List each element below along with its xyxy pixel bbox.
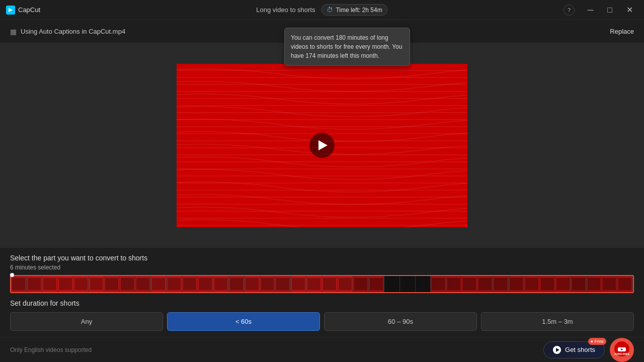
title-center: Long video to shorts ⏱ Time left: 2h 54m: [256, 4, 387, 16]
film-frame: [493, 276, 509, 292]
select-label: Select the part you want to convert to s…: [10, 254, 634, 262]
subscribe-label: SUBSCRIBE: [614, 341, 630, 358]
main-content: ▦ Using Auto Captions in CapCut.mp4 Repl…: [0, 20, 644, 362]
time-left-text: Time left: 2h 54m: [336, 7, 382, 14]
film-frame: [306, 276, 322, 292]
svg-text:SUBSCRIBE: SUBSCRIBE: [614, 352, 629, 355]
film-frame: [42, 276, 58, 292]
film-frame: [167, 276, 182, 292]
close-button[interactable]: ✕: [621, 4, 638, 16]
help-button[interactable]: ?: [564, 5, 575, 16]
maximize-button[interactable]: □: [602, 4, 617, 16]
film-frame: [617, 276, 633, 292]
play-icon: [318, 140, 328, 150]
video-preview: [177, 64, 467, 227]
replace-button[interactable]: Replace: [610, 28, 634, 35]
film-frame: [104, 276, 120, 292]
film-frame: [571, 276, 587, 292]
film-frame: [89, 276, 105, 292]
film-frame: [353, 276, 369, 292]
minimize-button[interactable]: ─: [583, 4, 598, 16]
duration-btn-2[interactable]: 60 – 90s: [324, 312, 477, 331]
title-bar: CapCut Long video to shorts ⏱ Time left:…: [0, 0, 644, 20]
film-frame: [524, 276, 540, 292]
film-frame: [369, 276, 384, 292]
film-frame: [477, 276, 493, 292]
film-frame: [446, 276, 462, 292]
minutes-selected: 6 minutes selected: [10, 264, 634, 271]
subscribe-button[interactable]: SUBSCRIBE: [610, 338, 634, 362]
title-controls: ? ─ □ ✕: [564, 4, 638, 16]
time-icon: ⏱: [327, 6, 333, 14]
film-frame: [509, 276, 524, 292]
film-frame: [275, 276, 291, 292]
film-frame: [58, 276, 73, 292]
film-frame: [120, 276, 135, 292]
duration-section: Set duration for shorts Any< 60s60 – 90s…: [10, 299, 634, 337]
duration-buttons: Any< 60s60 – 90s1.5m – 3m: [10, 312, 634, 331]
film-frame: [198, 276, 213, 292]
film-frame: [416, 276, 431, 292]
film-frame: [384, 276, 400, 292]
film-frame: [431, 276, 446, 292]
film-frame: [587, 276, 602, 292]
app-logo-icon: [6, 6, 15, 15]
video-file-icon: ▦: [10, 28, 17, 36]
filmstrip[interactable]: [10, 275, 634, 293]
film-frame: [602, 276, 617, 292]
file-name: Using Auto Captions in CapCut.mp4: [21, 28, 125, 35]
film-frame: [27, 276, 42, 292]
film-frame: [213, 276, 229, 292]
get-shorts-area: ● Free Get shorts SUBSCRIBE: [543, 338, 634, 362]
film-frame: [135, 276, 151, 292]
set-duration-label: Set duration for shorts: [10, 299, 634, 307]
film-frame: [540, 276, 555, 292]
long-video-label: Long video to shorts: [256, 6, 315, 14]
film-frame: [400, 276, 416, 292]
duration-btn-1[interactable]: < 60s: [167, 312, 320, 331]
film-frame: [73, 276, 89, 292]
film-frame: [11, 276, 27, 292]
time-left-badge[interactable]: ⏱ Time left: 2h 54m: [321, 4, 387, 16]
free-badge: ● Free: [588, 338, 606, 345]
duration-btn-3[interactable]: 1.5m – 3m: [481, 312, 634, 331]
filmstrip-marker: [10, 273, 14, 277]
film-frame: [322, 276, 338, 292]
film-frame: [182, 276, 198, 292]
shorts-play-icon: [553, 346, 561, 354]
play-button[interactable]: [309, 133, 335, 158]
get-shorts-button[interactable]: ● Free Get shorts: [543, 341, 605, 358]
bottom-panel: Select the part you want to convert to s…: [0, 248, 644, 337]
film-frame: [462, 276, 477, 292]
duration-btn-0[interactable]: Any: [10, 312, 163, 331]
footer: Only English videos supported ● Free Get…: [0, 337, 644, 362]
video-area: [0, 43, 644, 248]
film-frame: [151, 276, 167, 292]
film-frame: [229, 276, 245, 292]
tooltip: You can convert 180 minutes of long vide…: [284, 28, 410, 66]
get-shorts-label: Get shorts: [565, 346, 595, 353]
english-note: Only English videos supported: [10, 346, 92, 353]
app-logo: CapCut: [6, 6, 40, 15]
film-frame: [291, 276, 306, 292]
film-frame: [555, 276, 571, 292]
film-frame: [245, 276, 260, 292]
film-frame: [260, 276, 276, 292]
app-name: CapCut: [18, 6, 40, 14]
film-frame: [338, 276, 353, 292]
file-info: ▦ Using Auto Captions in CapCut.mp4: [10, 28, 125, 36]
filmstrip-container: [10, 275, 634, 293]
